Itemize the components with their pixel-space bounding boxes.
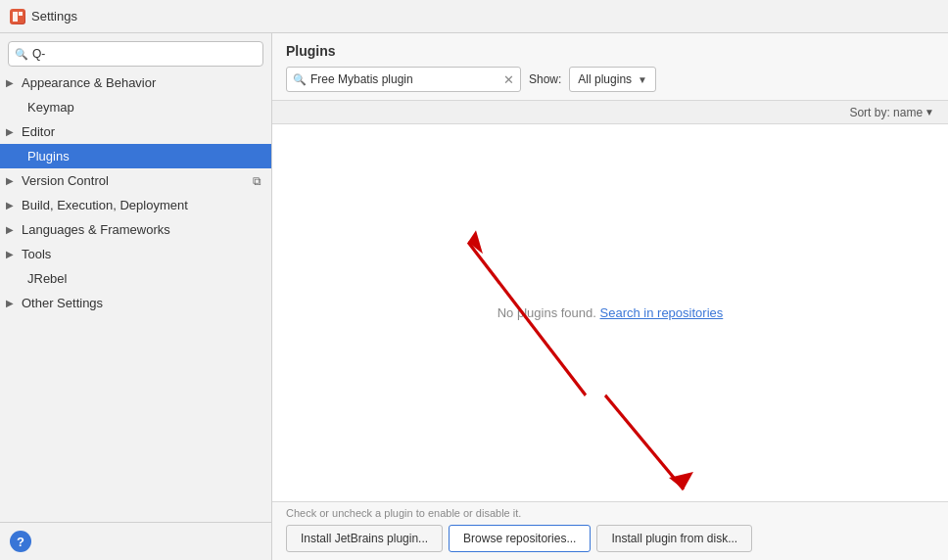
no-plugins-message: No plugins found. Search in repositories [498, 305, 724, 320]
show-label: Show: [529, 72, 561, 86]
sidebar-item-plugins[interactable]: Plugins [0, 144, 271, 168]
search-in-repositories-link[interactable]: Search in repositories [600, 305, 724, 320]
sidebar-item-label-tools: Tools [22, 247, 51, 261]
sidebar-item-label-keymap: Keymap [27, 100, 74, 115]
sidebar-item-label-vc: Version Control [22, 173, 109, 188]
svg-line-5 [605, 396, 684, 490]
sidebar-item-languages[interactable]: ▶ Languages & Frameworks [0, 217, 271, 242]
sidebar-item-jrebel[interactable]: JRebel [0, 266, 271, 291]
footer-buttons: Install JetBrains plugin... Browse repos… [286, 525, 934, 552]
sidebar-arrow-other: ▶ [6, 298, 18, 308]
plugin-search-input[interactable] [310, 72, 503, 86]
sidebar-search-box[interactable]: 🔍 [8, 41, 263, 67]
help-button[interactable]: ? [10, 531, 31, 552]
sort-by-label: Sort by: name [849, 106, 923, 119]
install-jetbrains-button[interactable]: Install JetBrains plugin... [286, 525, 443, 552]
svg-rect-2 [19, 12, 23, 16]
sort-arrow-icon: ▼ [924, 107, 934, 117]
title-bar: Settings [0, 0, 948, 33]
window-title: Settings [31, 9, 77, 23]
browse-repositories-button[interactable]: Browse repositories... [449, 525, 591, 552]
sidebar-item-keymap[interactable]: Keymap [0, 95, 271, 119]
sort-bar: Sort by: name ▼ [272, 101, 948, 124]
app-icon [10, 9, 25, 24]
sidebar-item-appearance[interactable]: ▶ Appearance & Behavior [0, 70, 271, 95]
sidebar-arrow-vc: ▶ [6, 175, 18, 186]
sidebar-search-input[interactable] [32, 47, 257, 61]
sidebar-arrow-editor: ▶ [6, 126, 18, 137]
sidebar-item-label-jrebel: JRebel [27, 271, 67, 286]
sidebar-arrow-tools: ▶ [6, 249, 18, 259]
sidebar-item-label-other: Other Settings [22, 296, 103, 310]
svg-marker-6 [669, 472, 693, 490]
plugin-list: No plugins found. Search in repositories [272, 124, 948, 501]
sidebar-arrow-appearance: ▶ [6, 77, 18, 88]
content-footer: Check or uncheck a plugin to enable or d… [272, 501, 948, 560]
plugin-search-box[interactable]: 🔍 ✕ [286, 67, 521, 92]
plugins-toolbar: 🔍 ✕ Show: All plugins ▼ [286, 67, 934, 92]
install-disk-label: Install plugin from disk... [611, 532, 737, 545]
sidebar-item-tools[interactable]: ▶ Tools [0, 242, 271, 266]
svg-marker-4 [468, 230, 483, 254]
svg-rect-1 [13, 12, 18, 22]
sidebar-item-label-appearance: Appearance & Behavior [22, 75, 156, 90]
sidebar-item-editor[interactable]: ▶ Editor [0, 119, 271, 144]
show-dropdown-arrow-icon: ▼ [638, 74, 647, 85]
plugin-search-icon: 🔍 [293, 73, 307, 86]
sidebar-item-build[interactable]: ▶ Build, Execution, Deployment [0, 193, 271, 217]
content-area: Plugins 🔍 ✕ Show: All plugins ▼ Sort by:… [272, 33, 948, 560]
sidebar-arrow-build: ▶ [6, 200, 18, 210]
vc-extra-icon: ⧉ [253, 174, 261, 188]
plugin-clear-button[interactable]: ✕ [503, 73, 514, 86]
no-plugins-text: No plugins found. Search in repositories [498, 305, 724, 320]
sidebar: 🔍 ▶ Appearance & Behavior Keymap ▶ Edito… [0, 33, 272, 560]
browse-repos-label: Browse repositories... [463, 532, 576, 545]
install-from-disk-button[interactable]: Install plugin from disk... [596, 525, 752, 552]
sidebar-item-version-control[interactable]: ▶ Version Control ⧉ [0, 168, 271, 193]
sidebar-item-other-settings[interactable]: ▶ Other Settings [0, 291, 271, 315]
main-layout: 🔍 ▶ Appearance & Behavior Keymap ▶ Edito… [0, 33, 948, 560]
sidebar-item-label-editor: Editor [22, 124, 55, 139]
install-jetbrains-label: Install JetBrains plugin... [301, 532, 428, 545]
sidebar-search-icon: 🔍 [15, 48, 28, 61]
sidebar-arrow-languages: ▶ [6, 224, 18, 235]
sidebar-bottom: ? [0, 522, 271, 560]
content-header: Plugins 🔍 ✕ Show: All plugins ▼ [272, 33, 948, 101]
show-dropdown[interactable]: All plugins ▼ [569, 67, 656, 92]
show-dropdown-value: All plugins [578, 72, 632, 86]
no-plugins-static-text: No plugins found. [498, 305, 596, 320]
sidebar-item-label-plugins: Plugins [27, 149, 70, 163]
footer-hint-text: Check or uncheck a plugin to enable or d… [286, 507, 934, 519]
sidebar-item-label-languages: Languages & Frameworks [22, 222, 170, 237]
sidebar-item-label-build: Build, Execution, Deployment [22, 198, 188, 212]
page-title: Plugins [286, 43, 934, 59]
